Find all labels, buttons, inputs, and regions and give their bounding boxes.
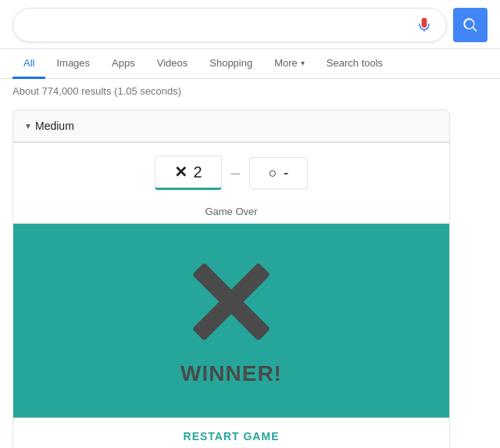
winner-x-icon	[184, 255, 278, 349]
tab-more[interactable]: More ▾	[263, 49, 316, 79]
scoreboard: ✕ 2 – ○ -	[13, 142, 449, 202]
x-score-box: ✕ 2	[155, 156, 222, 190]
scoreboard-wrapper: ✕ 2 – ○ - Game Over	[13, 142, 449, 224]
tab-images[interactable]: Images	[45, 49, 101, 79]
tab-shopping[interactable]: Shopping	[198, 49, 263, 79]
tab-videos[interactable]: Videos	[146, 49, 199, 79]
o-score: -	[284, 164, 289, 182]
game-card-header: ▾ Medium	[13, 110, 449, 142]
restart-button[interactable]: RESTART GAME	[184, 430, 280, 443]
mic-button[interactable]	[415, 16, 434, 34]
search-input[interactable]: tic-tac-toe	[26, 18, 415, 32]
tab-search-tools[interactable]: Search tools	[316, 49, 394, 79]
tab-apps[interactable]: Apps	[101, 49, 146, 79]
chevron-down-icon: ▾	[301, 59, 305, 67]
nav-tabs: All Images Apps Videos Shopping More ▾ S…	[0, 49, 500, 79]
search-header: tic-tac-toe	[0, 0, 500, 49]
main-content: ▾ Medium ✕ 2 – ○ - Game Over	[0, 103, 500, 448]
collapse-arrow-icon[interactable]: ▾	[26, 120, 30, 131]
game-card: ▾ Medium ✕ 2 – ○ - Game Over	[12, 109, 450, 448]
tab-all[interactable]: All	[12, 49, 45, 79]
game-board-area: WINNER!	[13, 224, 449, 418]
x-symbol: ✕	[174, 163, 188, 181]
results-count: About 774,000 results (1.05 seconds)	[0, 79, 500, 103]
o-score-box: ○ -	[249, 157, 309, 189]
winner-text: WINNER!	[180, 361, 282, 386]
score-separator: –	[222, 164, 249, 182]
restart-area: RESTART GAME	[13, 418, 449, 448]
difficulty-label: Medium	[35, 120, 74, 132]
search-button[interactable]	[453, 8, 488, 42]
x-score: 2	[194, 163, 202, 181]
o-symbol: ○	[269, 165, 277, 181]
search-bar: tic-tac-toe	[12, 8, 447, 42]
game-status: Game Over	[13, 202, 449, 224]
